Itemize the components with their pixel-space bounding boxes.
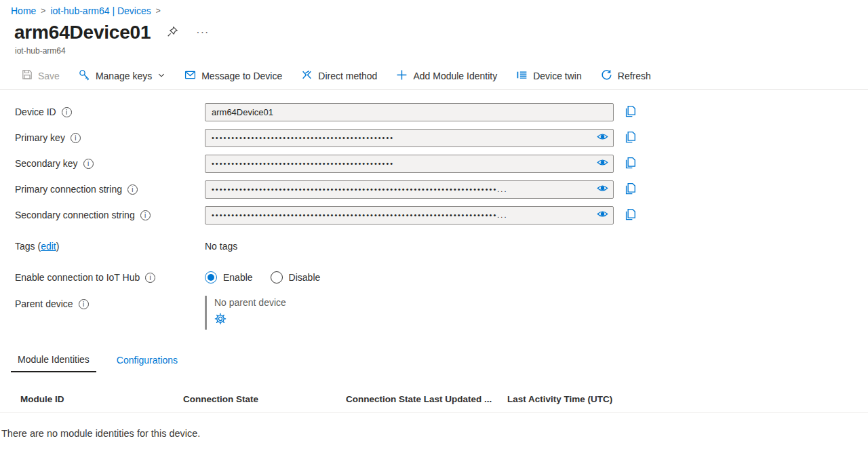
tab-module-identities[interactable]: Module Identities [11, 350, 96, 372]
copy-icon [624, 157, 636, 171]
device-twin-label: Device twin [533, 71, 582, 81]
refresh-button[interactable]: Refresh [594, 65, 658, 87]
tags-label: Tags (edit) [15, 241, 205, 252]
parent-device-row: Parent device i No parent device [0, 296, 868, 330]
manage-keys-button[interactable]: Manage keys [72, 65, 172, 87]
module-table-header: Module ID Connection State Connection St… [0, 394, 868, 413]
enable-radio-label: Enable [223, 272, 253, 283]
parent-device-block: No parent device [205, 296, 286, 330]
device-twin-button[interactable]: Device twin [509, 65, 589, 87]
copy-secondary-connection-string-button[interactable] [623, 207, 637, 224]
secondary-connection-string-label: Secondary connection string i [15, 210, 205, 220]
reveal-secondary-connection-string-button[interactable] [595, 207, 610, 223]
save-icon [22, 69, 33, 82]
tags-row: Tags (edit) No tags [0, 233, 868, 259]
reveal-primary-key-button[interactable] [595, 130, 610, 146]
pin-icon [167, 26, 178, 39]
mail-icon [184, 69, 196, 83]
tags-label-suffix: ) [56, 241, 60, 252]
add-module-identity-button[interactable]: Add Module Identity [389, 65, 504, 87]
command-bar: Save Manage keys Message to Device [0, 62, 868, 90]
manage-keys-label: Manage keys [96, 71, 152, 81]
device-id-input-wrap [205, 103, 614, 121]
primary-key-input[interactable] [205, 129, 614, 147]
refresh-icon [601, 69, 612, 83]
enable-radio-option[interactable]: Enable [205, 271, 253, 284]
primary-key-input-wrap [205, 129, 614, 147]
device-id-row: Device ID i [0, 99, 868, 125]
eye-icon [597, 208, 608, 222]
primary-connection-string-label: Primary connection string i [15, 184, 205, 195]
info-icon[interactable]: i [140, 210, 151, 220]
column-header-connection-state-last-updated: Connection State Last Updated ... [346, 394, 507, 404]
device-id-input[interactable] [205, 103, 614, 121]
secondary-connection-string-label-text: Secondary connection string [15, 210, 135, 220]
primary-connection-string-label-text: Primary connection string [15, 184, 122, 195]
page-subtitle: iot-hub-arm64 [0, 43, 868, 56]
parent-device-settings-button[interactable] [214, 313, 226, 327]
chevron-down-icon [157, 71, 165, 81]
gear-icon [214, 313, 226, 327]
tags-label-prefix: Tags ( [15, 241, 41, 252]
save-label: Save [38, 71, 60, 81]
primary-connection-string-input-wrap [205, 180, 614, 199]
breadcrumb-link-home[interactable]: Home [11, 5, 36, 16]
chevron-right-icon: > [41, 6, 45, 16]
page-title: arm64Device01 [14, 22, 151, 43]
copy-icon [624, 182, 636, 197]
list-icon [516, 69, 528, 83]
disable-radio-option[interactable]: Disable [271, 271, 321, 284]
eye-icon [597, 182, 608, 196]
copy-secondary-key-button[interactable] [623, 155, 637, 172]
eye-icon [597, 131, 608, 144]
secondary-key-row: Secondary key i [0, 151, 868, 176]
plus-icon [396, 69, 408, 83]
direct-method-button[interactable]: Direct method [294, 65, 384, 87]
enable-connection-label-text: Enable connection to IoT Hub [15, 272, 140, 283]
parent-device-label: Parent device i [15, 298, 205, 309]
primary-key-label-text: Primary key [15, 132, 65, 143]
column-header-last-activity-time: Last Activity Time (UTC) [507, 394, 868, 404]
primary-key-label: Primary key i [15, 132, 205, 143]
copy-icon [624, 131, 636, 145]
info-icon[interactable]: i [62, 107, 72, 117]
info-icon[interactable]: i [127, 184, 138, 195]
info-icon[interactable]: i [83, 159, 94, 169]
add-module-identity-label: Add Module Identity [413, 71, 497, 81]
secondary-key-label: Secondary key i [15, 158, 205, 169]
copy-device-id-button[interactable] [623, 104, 637, 121]
reveal-secondary-key-button[interactable] [595, 155, 610, 172]
info-icon[interactable]: i [79, 299, 89, 309]
secondary-key-input[interactable] [205, 155, 614, 173]
save-button[interactable]: Save [15, 65, 66, 86]
message-to-device-button[interactable]: Message to Device [178, 65, 289, 87]
enable-connection-label: Enable connection to IoT Hub i [15, 272, 205, 283]
device-detail-form: Device ID i Primary key i [0, 90, 868, 330]
breadcrumb-link-hub-devices[interactable]: iot-hub-arm64 | Devices [50, 5, 151, 16]
secondary-key-label-text: Secondary key [15, 158, 78, 169]
enable-connection-radio-group: Enable Disable [205, 271, 320, 284]
secondary-key-input-wrap [205, 155, 614, 173]
copy-icon [624, 208, 636, 222]
pin-button[interactable] [165, 24, 180, 41]
direct-method-icon [301, 69, 313, 83]
copy-primary-connection-string-button[interactable] [623, 181, 637, 198]
tab-configurations[interactable]: Configurations [110, 350, 184, 372]
copy-primary-key-button[interactable] [623, 130, 637, 147]
reveal-primary-connection-string-button[interactable] [595, 181, 610, 197]
info-icon[interactable]: i [71, 133, 81, 143]
tags-value: No tags [205, 241, 237, 252]
info-icon[interactable]: i [145, 273, 155, 283]
parent-device-value: No parent device [214, 297, 286, 308]
direct-method-label: Direct method [318, 71, 377, 81]
secondary-connection-string-input-wrap [205, 206, 614, 224]
more-options-button[interactable]: ··· [195, 28, 210, 37]
page-header: arm64Device01 ··· [0, 16, 868, 43]
radio-selected-icon [205, 271, 217, 284]
tags-edit-link[interactable]: edit [41, 241, 56, 252]
secondary-connection-string-input[interactable] [205, 206, 614, 224]
breadcrumb: Home > iot-hub-arm64 | Devices > [0, 0, 868, 16]
chevron-right-icon: > [156, 6, 161, 16]
device-id-label-text: Device ID [15, 106, 56, 117]
primary-connection-string-input[interactable] [205, 180, 614, 199]
